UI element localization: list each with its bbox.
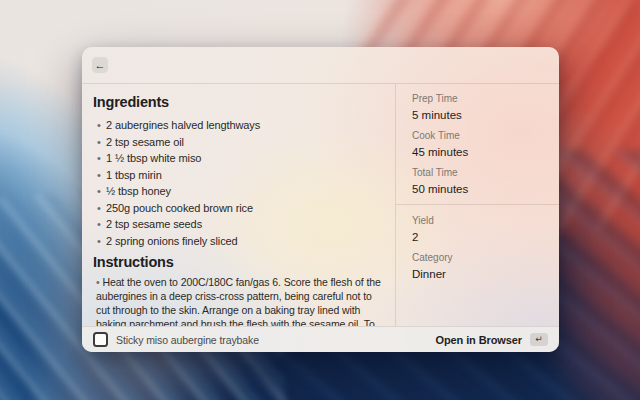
metadata-row: Yield 2 [412, 215, 547, 244]
time-metadata-section: Prep Time 5 minutes Cook Time 45 minutes… [412, 93, 547, 196]
back-arrow-icon: ← [95, 60, 106, 71]
enter-key-badge: ↵ [530, 333, 548, 346]
recipe-content-scroll-area[interactable]: Ingredients 2 aubergines halved lengthwa… [82, 84, 396, 326]
enter-key-icon: ↵ [535, 335, 543, 344]
metadata-value: 50 minutes [412, 182, 547, 196]
window-footer: Sticky miso aubergine traybake Open in B… [82, 326, 559, 352]
ingredient-item: 2 aubergines halved lengthways [106, 119, 381, 132]
metadata-row: Total Time 50 minutes [412, 167, 547, 196]
metadata-value: Dinner [412, 267, 547, 281]
window-body: Ingredients 2 aubergines halved lengthwa… [82, 84, 559, 326]
ingredients-heading: Ingredients [93, 94, 381, 111]
metadata-row: Cook Time 45 minutes [412, 130, 547, 159]
ingredient-item: 2 spring onions finely sliced [106, 235, 381, 248]
footer-recipe-title: Sticky miso aubergine traybake [116, 334, 259, 346]
metadata-row: Category Dinner [412, 252, 547, 281]
ingredient-item: ½ tbsp honey [106, 185, 381, 198]
detail-metadata-section: Yield 2 Category Dinner [412, 215, 547, 281]
metadata-label: Category [412, 252, 547, 264]
instruction-step: Heat the oven to 200C/180C fan/gas 6. Sc… [96, 275, 381, 327]
ingredients-list: 2 aubergines halved lengthways 2 tsp ses… [93, 119, 381, 248]
instructions-heading: Instructions [93, 254, 381, 271]
metadata-value: 5 minutes [412, 108, 547, 122]
open-in-browser-label: Open in Browser [435, 334, 522, 346]
instructions-list: Heat the oven to 200C/180C fan/gas 6. Sc… [93, 275, 381, 327]
sidebar-divider [396, 204, 559, 205]
metadata-value: 45 minutes [412, 145, 547, 159]
back-button[interactable]: ← [92, 57, 108, 73]
recipe-viewer-window: ← Ingredients 2 aubergines halved length… [82, 47, 559, 352]
ingredient-item: 250g pouch cooked brown rice [106, 202, 381, 215]
metadata-label: Yield [412, 215, 547, 227]
open-in-browser-button[interactable]: Open in Browser ↵ [435, 333, 548, 346]
window-header: ← [82, 47, 559, 84]
metadata-label: Total Time [412, 167, 547, 179]
metadata-label: Cook Time [412, 130, 547, 142]
metadata-value: 2 [412, 230, 547, 244]
metadata-sidebar: Prep Time 5 minutes Cook Time 45 minutes… [396, 84, 559, 326]
ingredient-item: 1 tbsp mirin [106, 169, 381, 182]
recipe-square-icon [93, 332, 108, 347]
ingredient-item: 2 tsp sesame oil [106, 136, 381, 149]
ingredient-item: 2 tsp sesame seeds [106, 218, 381, 231]
ingredient-item: 1 ½ tbsp white miso [106, 152, 381, 165]
metadata-label: Prep Time [412, 93, 547, 105]
metadata-row: Prep Time 5 minutes [412, 93, 547, 122]
